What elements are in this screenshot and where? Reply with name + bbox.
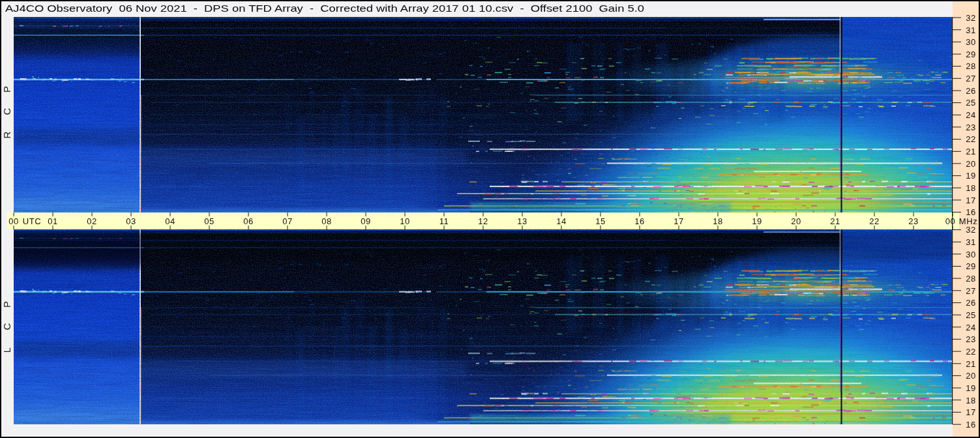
svg-text:17: 17 xyxy=(966,196,976,205)
svg-text:18: 18 xyxy=(966,183,976,193)
svg-text:15: 15 xyxy=(595,216,606,226)
svg-text:P: P xyxy=(1,86,12,93)
svg-text:27: 27 xyxy=(966,286,976,296)
svg-text:26: 26 xyxy=(966,298,976,308)
svg-text:06: 06 xyxy=(243,216,254,226)
svg-text:P: P xyxy=(1,301,12,308)
svg-text:22: 22 xyxy=(966,134,976,144)
svg-text:29: 29 xyxy=(966,50,976,59)
svg-text:32: 32 xyxy=(966,13,976,23)
svg-text:28: 28 xyxy=(966,61,976,71)
svg-text:18: 18 xyxy=(966,396,976,405)
svg-text:01: 01 xyxy=(48,216,58,226)
svg-text:R: R xyxy=(1,131,12,138)
svg-text:16: 16 xyxy=(634,216,645,226)
svg-text:10: 10 xyxy=(400,216,410,226)
svg-text:23: 23 xyxy=(966,334,976,344)
svg-text:C: C xyxy=(1,108,12,115)
svg-text:05: 05 xyxy=(204,216,215,226)
svg-text:20: 20 xyxy=(791,216,801,226)
svg-text:18: 18 xyxy=(713,216,723,226)
svg-text:30: 30 xyxy=(966,250,976,259)
svg-text:00: 00 xyxy=(8,216,19,226)
svg-text:21: 21 xyxy=(966,359,976,369)
svg-text:02: 02 xyxy=(87,216,97,226)
svg-text:21: 21 xyxy=(830,216,840,226)
svg-text:L: L xyxy=(1,347,12,353)
svg-text:26: 26 xyxy=(966,86,976,96)
svg-text:31: 31 xyxy=(966,237,976,247)
svg-text:25: 25 xyxy=(966,98,976,108)
svg-text:19: 19 xyxy=(966,383,976,393)
svg-text:14: 14 xyxy=(556,216,567,226)
svg-text:20: 20 xyxy=(966,159,976,169)
svg-text:12: 12 xyxy=(478,216,488,226)
svg-text:UTC: UTC xyxy=(23,216,42,226)
svg-text:22: 22 xyxy=(966,347,976,357)
svg-text:27: 27 xyxy=(966,74,976,83)
svg-text:17: 17 xyxy=(966,407,976,417)
svg-text:19: 19 xyxy=(752,216,762,226)
svg-text:07: 07 xyxy=(282,216,293,226)
svg-text:C: C xyxy=(1,323,12,330)
svg-text:16: 16 xyxy=(966,420,976,430)
svg-text:09: 09 xyxy=(361,216,371,226)
svg-text:00: 00 xyxy=(945,216,956,226)
svg-text:13: 13 xyxy=(517,216,527,226)
svg-text:31: 31 xyxy=(966,25,976,35)
svg-text:AJ4CO Observatory 06 Nov 2021: AJ4CO Observatory 06 Nov 2021 - DPS on T… xyxy=(5,3,644,14)
svg-text:08: 08 xyxy=(321,216,332,226)
svg-text:32: 32 xyxy=(966,225,976,235)
svg-text:22: 22 xyxy=(869,216,880,226)
svg-text:30: 30 xyxy=(966,37,976,47)
svg-text:28: 28 xyxy=(966,274,976,284)
svg-text:16: 16 xyxy=(966,207,976,217)
svg-text:11: 11 xyxy=(439,216,449,226)
svg-text:23: 23 xyxy=(966,123,976,132)
svg-text:23: 23 xyxy=(908,216,919,226)
svg-text:24: 24 xyxy=(966,323,976,332)
svg-text:21: 21 xyxy=(966,147,976,156)
svg-text:20: 20 xyxy=(966,371,976,381)
svg-text:25: 25 xyxy=(966,310,976,320)
svg-text:17: 17 xyxy=(674,216,684,226)
svg-text:24: 24 xyxy=(966,110,976,120)
svg-text:29: 29 xyxy=(966,261,976,271)
svg-text:19: 19 xyxy=(966,171,976,181)
svg-text:MHz: MHz xyxy=(959,216,978,226)
svg-text:04: 04 xyxy=(165,216,175,226)
svg-text:03: 03 xyxy=(126,216,136,226)
